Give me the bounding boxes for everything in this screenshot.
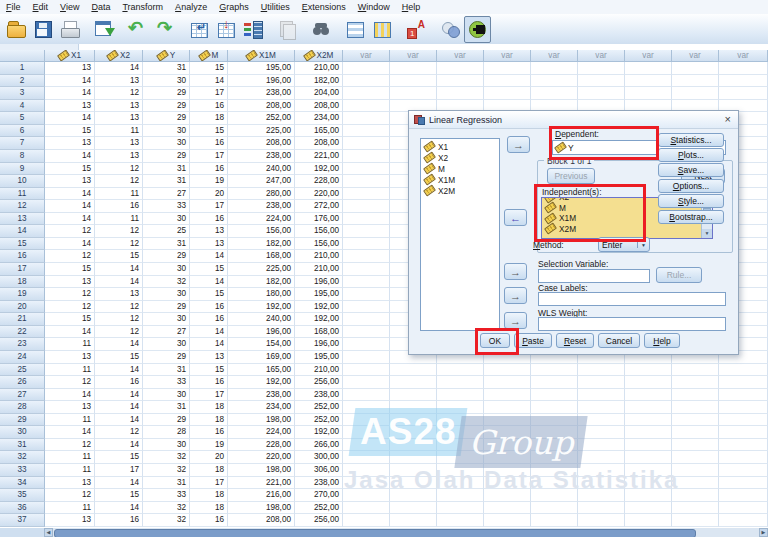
data-cell[interactable]: 196,00 bbox=[228, 326, 295, 339]
data-cell[interactable]: 19 bbox=[190, 439, 228, 452]
menu-item-extensions[interactable]: Extensions bbox=[296, 2, 352, 12]
find-button[interactable] bbox=[308, 16, 335, 43]
row-header[interactable]: 9 bbox=[0, 163, 45, 176]
source-variable-x1m[interactable]: X1M bbox=[421, 174, 499, 185]
data-cell[interactable]: 156,00 bbox=[295, 225, 343, 238]
data-cell[interactable]: 238,00 bbox=[228, 150, 295, 163]
data-cell[interactable]: 182,00 bbox=[228, 276, 295, 289]
data-cell[interactable]: 18 bbox=[190, 401, 228, 414]
data-cell[interactable]: 14 bbox=[45, 188, 95, 201]
empty-cell[interactable] bbox=[672, 75, 719, 88]
empty-cell[interactable] bbox=[625, 439, 672, 452]
empty-cell[interactable] bbox=[531, 451, 578, 464]
data-cell[interactable]: 32 bbox=[143, 451, 190, 464]
empty-cell[interactable] bbox=[531, 364, 578, 377]
data-cell[interactable]: 13 bbox=[45, 62, 95, 75]
data-cell[interactable]: 13 bbox=[45, 276, 95, 289]
empty-cell[interactable] bbox=[484, 376, 531, 389]
empty-cell[interactable] bbox=[484, 464, 531, 477]
row-header[interactable]: 13 bbox=[0, 213, 45, 226]
empty-cell[interactable] bbox=[625, 376, 672, 389]
empty-cell[interactable] bbox=[343, 87, 390, 100]
empty-cell[interactable] bbox=[531, 502, 578, 515]
empty-cell[interactable] bbox=[672, 87, 719, 100]
column-header-x1m[interactable]: X1M bbox=[228, 50, 295, 62]
data-cell[interactable]: 224,00 bbox=[228, 426, 295, 439]
data-cell[interactable]: 17 bbox=[190, 200, 228, 213]
data-cell[interactable]: 192,00 bbox=[295, 301, 343, 314]
data-cell[interactable]: 228,00 bbox=[295, 175, 343, 188]
column-header-x2[interactable]: X2 bbox=[95, 50, 143, 62]
grid-corner-cell[interactable] bbox=[0, 50, 45, 62]
empty-cell[interactable] bbox=[625, 489, 672, 502]
source-variable-x2m[interactable]: X2M bbox=[421, 185, 499, 196]
data-cell[interactable]: 17 bbox=[190, 150, 228, 163]
data-cell[interactable]: 13 bbox=[190, 351, 228, 364]
data-cell[interactable]: 15 bbox=[45, 163, 95, 176]
empty-cell[interactable] bbox=[343, 62, 390, 75]
empty-cell[interactable] bbox=[437, 514, 484, 527]
data-cell[interactable]: 14 bbox=[190, 276, 228, 289]
empty-cell[interactable] bbox=[672, 401, 719, 414]
data-cell[interactable]: 31 bbox=[143, 62, 190, 75]
data-cell[interactable]: 13 bbox=[45, 401, 95, 414]
cancel-button[interactable]: Cancel bbox=[598, 333, 640, 348]
column-header-var[interactable]: var bbox=[625, 50, 672, 62]
data-cell[interactable]: 17 bbox=[190, 87, 228, 100]
data-cell[interactable]: 16 bbox=[95, 376, 143, 389]
empty-cell[interactable] bbox=[719, 87, 768, 100]
data-cell[interactable]: 31 bbox=[143, 364, 190, 377]
empty-cell[interactable] bbox=[672, 389, 719, 402]
data-cell[interactable]: 32 bbox=[143, 464, 190, 477]
empty-cell[interactable] bbox=[578, 62, 625, 75]
data-cell[interactable]: 192,00 bbox=[295, 313, 343, 326]
empty-cell[interactable] bbox=[343, 276, 390, 289]
empty-cell[interactable] bbox=[719, 426, 768, 439]
source-variable-x2[interactable]: X2 bbox=[421, 152, 499, 163]
row-header[interactable]: 25 bbox=[0, 364, 45, 377]
empty-cell[interactable] bbox=[531, 401, 578, 414]
data-cell[interactable]: 29 bbox=[143, 351, 190, 364]
data-cell[interactable]: 240,00 bbox=[228, 163, 295, 176]
data-cell[interactable]: 13 bbox=[95, 75, 143, 88]
data-cell[interactable]: 220,00 bbox=[228, 451, 295, 464]
empty-cell[interactable] bbox=[719, 376, 768, 389]
row-header[interactable]: 1 bbox=[0, 62, 45, 75]
data-cell[interactable]: 195,00 bbox=[228, 62, 295, 75]
show-all-variables-button[interactable] bbox=[464, 16, 491, 43]
row-header[interactable]: 11 bbox=[0, 188, 45, 201]
empty-cell[interactable] bbox=[437, 376, 484, 389]
scrollbar-thumb[interactable] bbox=[54, 529, 696, 537]
data-cell[interactable]: 29 bbox=[143, 301, 190, 314]
data-cell[interactable]: 192,00 bbox=[228, 301, 295, 314]
data-cell[interactable]: 154,00 bbox=[228, 338, 295, 351]
empty-cell[interactable] bbox=[437, 75, 484, 88]
data-cell[interactable]: 30 bbox=[143, 313, 190, 326]
data-cell[interactable]: 12 bbox=[95, 313, 143, 326]
empty-cell[interactable] bbox=[343, 313, 390, 326]
empty-cell[interactable] bbox=[437, 502, 484, 515]
data-cell[interactable]: 14 bbox=[45, 326, 95, 339]
data-cell[interactable]: 198,00 bbox=[228, 464, 295, 477]
empty-cell[interactable] bbox=[531, 389, 578, 402]
empty-cell[interactable] bbox=[719, 464, 768, 477]
row-header[interactable]: 2 bbox=[0, 75, 45, 88]
empty-cell[interactable] bbox=[343, 338, 390, 351]
menu-item-graphs[interactable]: Graphs bbox=[213, 2, 255, 12]
empty-cell[interactable] bbox=[484, 451, 531, 464]
source-variable-list[interactable]: X1X2MX1MX2M bbox=[420, 138, 500, 331]
empty-cell[interactable] bbox=[484, 502, 531, 515]
style-button[interactable]: Style... bbox=[658, 194, 724, 208]
selection-arrow-button[interactable]: → bbox=[504, 263, 527, 280]
data-cell[interactable]: 16 bbox=[95, 514, 143, 527]
menu-item-transform[interactable]: Transform bbox=[116, 2, 169, 12]
data-cell[interactable]: 14 bbox=[45, 87, 95, 100]
empty-cell[interactable] bbox=[578, 364, 625, 377]
empty-cell[interactable] bbox=[390, 376, 437, 389]
data-cell[interactable]: 12 bbox=[95, 225, 143, 238]
data-cell[interactable]: 14 bbox=[95, 439, 143, 452]
data-cell[interactable]: 16 bbox=[190, 301, 228, 314]
data-cell[interactable]: 14 bbox=[190, 75, 228, 88]
data-cell[interactable]: 30 bbox=[143, 213, 190, 226]
run-descriptives-button[interactable] bbox=[274, 16, 301, 43]
